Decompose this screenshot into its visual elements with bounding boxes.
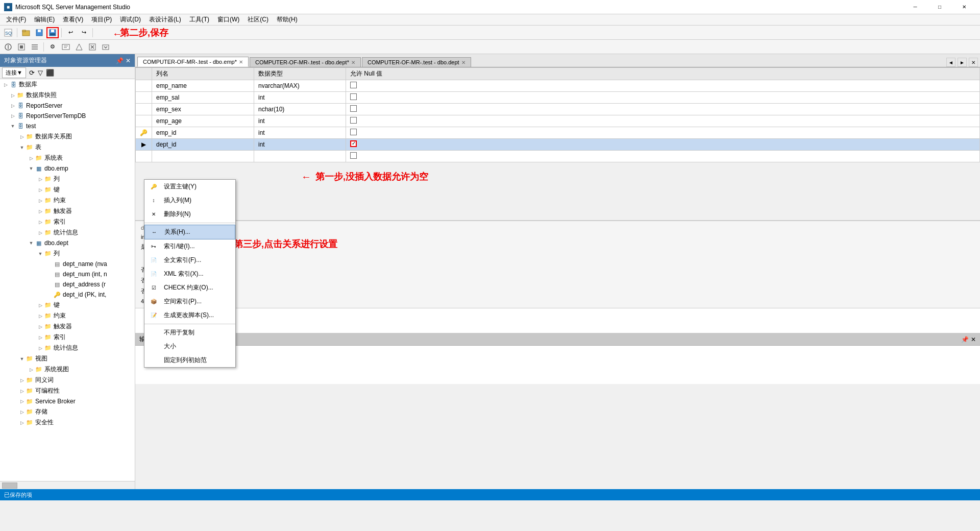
tree-node-storage[interactable]: ▷ 📁 存储	[0, 406, 135, 417]
output-close-icon[interactable]: ✕	[971, 336, 976, 343]
tree-node-dept-indexes[interactable]: ▷ 📁 索引	[0, 332, 135, 343]
tab-dept-modified-close[interactable]: ✕	[351, 60, 355, 65]
tree-node-dbodept[interactable]: ▼ ▦ dbo.dept	[0, 238, 135, 248]
col-name-3[interactable]: emp_sex	[152, 104, 254, 115]
col-null-3[interactable]	[346, 104, 980, 115]
table-row[interactable]: 🔑 emp_id int	[136, 127, 980, 139]
tab-scroll-right[interactable]: ►	[958, 58, 967, 67]
table-row[interactable]: emp_age int	[136, 115, 980, 127]
col-type-6[interactable]: int	[254, 139, 346, 151]
col-type-7[interactable]	[254, 151, 346, 162]
tree-node-dept-address[interactable]: ▤ dept_address (r	[0, 279, 135, 289]
tb2-btn6[interactable]	[73, 41, 85, 53]
tb2-btn2[interactable]	[15, 41, 28, 53]
tab-emp[interactable]: COMPUTER-OF-MR-.test - dbo.emp* ✕	[137, 57, 249, 67]
ctx-xml-index[interactable]: 📄 XML 索引(X)...	[144, 267, 235, 281]
tb2-btn3[interactable]	[29, 41, 41, 53]
tb2-btn1[interactable]	[2, 41, 14, 53]
tab-dept-close[interactable]: ✕	[461, 60, 465, 65]
close-button[interactable]: ✕	[952, 0, 976, 14]
tb2-btn4[interactable]: ⚙	[46, 41, 59, 53]
output-pin-icon[interactable]: 📌	[961, 336, 969, 343]
ctx-not-replicate[interactable]: 不用于复制	[144, 326, 235, 340]
col-type-5[interactable]: int	[254, 127, 346, 139]
ctx-index-key[interactable]: 🗝 索引/键(I)...	[144, 239, 235, 253]
menu-tools[interactable]: 工具(T)	[185, 14, 213, 25]
ctx-delete-col[interactable]: ✕ 删除列(N)	[144, 207, 235, 221]
menu-project[interactable]: 项目(P)	[87, 14, 116, 25]
tree-node-dboemp[interactable]: ▼ ▦ dbo.emp	[0, 163, 135, 174]
table-row[interactable]: ▶ dept_id int	[136, 139, 980, 151]
tree-node-dept-num[interactable]: ▤ dept_num (int, n	[0, 269, 135, 279]
ctx-insert-col[interactable]: ↕ 插入列(M)	[144, 194, 235, 207]
new-query-button[interactable]: SQL	[2, 27, 14, 38]
menu-table-designer[interactable]: 表设计器(L)	[145, 14, 185, 25]
ctx-script[interactable]: 📝 生成更改脚本(S)...	[144, 308, 235, 322]
ctx-fixed[interactable]: 固定到列初始范	[144, 353, 235, 367]
tree-node-emp-triggers[interactable]: ▷ 📁 触发器	[0, 206, 135, 216]
ctx-fulltext[interactable]: 📄 全文索引(F)...	[144, 253, 235, 267]
col-name-2[interactable]: emp_sal	[152, 92, 254, 104]
col-name-5[interactable]: emp_id	[152, 127, 254, 139]
tree-node-programmability[interactable]: ▷ 📁 可编程性	[0, 385, 135, 396]
tree-node-service-broker[interactable]: ▷ 📁 Service Broker	[0, 396, 135, 406]
oe-connect-button[interactable]: 连接▼	[2, 67, 26, 78]
col-name-6[interactable]: dept_id	[152, 139, 254, 151]
menu-debug[interactable]: 调试(D)	[116, 14, 145, 25]
oe-filter-icon[interactable]: ▽	[38, 69, 43, 77]
menu-view[interactable]: 查看(V)	[59, 14, 87, 25]
undo-button[interactable]: ↩	[64, 27, 77, 38]
tree-node-systables[interactable]: ▷ 📁 系统表	[0, 153, 135, 163]
col-null-5[interactable]	[346, 127, 980, 139]
oe-stop-icon[interactable]: ⬛	[46, 69, 54, 77]
tab-scroll-left[interactable]: ◄	[946, 58, 955, 67]
col-null-6[interactable]	[346, 139, 980, 151]
null-checkbox-5[interactable]	[350, 129, 357, 135]
null-checkbox-2[interactable]	[350, 93, 357, 100]
tb2-btn5[interactable]	[60, 41, 72, 53]
null-checkbox-1[interactable]	[350, 82, 357, 88]
save-all-button[interactable]	[33, 27, 45, 38]
open-button[interactable]	[20, 27, 32, 38]
tree-node-test[interactable]: ▼ 🗄 test	[0, 121, 135, 131]
oe-close-icon[interactable]: ✕	[126, 57, 131, 64]
menu-help[interactable]: 帮助(H)	[273, 14, 302, 25]
tree-node-emp-indexes[interactable]: ▷ 📁 索引	[0, 216, 135, 227]
null-checkbox-3[interactable]	[350, 105, 357, 112]
tb2-btn7[interactable]	[86, 41, 99, 53]
tree-node-dept-constraints[interactable]: ▷ 📁 约束	[0, 310, 135, 321]
maximize-button[interactable]: □	[928, 0, 951, 14]
tree-node-dept-id[interactable]: 🔑 dept_id (PK, int,	[0, 289, 135, 300]
tree-node-emp-keys[interactable]: ▷ 📁 键	[0, 184, 135, 195]
tb2-btn8[interactable]	[100, 41, 112, 53]
table-row[interactable]	[136, 151, 980, 162]
tree-node-sysviews[interactable]: ▷ 📁 系统视图	[0, 364, 135, 375]
tree-node-emp-constraints[interactable]: ▷ 📁 约束	[0, 195, 135, 206]
col-type-1[interactable]: nvarchar(MAX)	[254, 80, 346, 92]
redo-button[interactable]: ↪	[78, 27, 90, 38]
save-button[interactable]	[46, 27, 59, 38]
null-checkbox-6[interactable]	[350, 140, 357, 147]
table-row[interactable]: emp_name nvarchar(MAX)	[136, 80, 980, 92]
tree-node-dept-triggers[interactable]: ▷ 📁 触发器	[0, 321, 135, 332]
tree-node-dept-stats[interactable]: ▷ 📁 统计信息	[0, 343, 135, 353]
tab-close-all[interactable]: ✕	[969, 58, 978, 67]
tree-node-dept-columns[interactable]: ▼ 📁 列	[0, 248, 135, 259]
ctx-size[interactable]: 大小	[144, 340, 235, 353]
tree-node-security[interactable]: ▷ 📁 安全性	[0, 417, 135, 428]
tree-node-databases[interactable]: ▷ 🗄 数据库	[0, 79, 135, 90]
tree-node-synonyms[interactable]: ▷ 📁 同义词	[0, 375, 135, 385]
ctx-check[interactable]: ☑ CHECK 约束(O)...	[144, 281, 235, 295]
col-name-1[interactable]: emp_name	[152, 80, 254, 92]
tree-node-tables[interactable]: ▼ 📁 表	[0, 142, 135, 153]
tree-node-reportservertempdb[interactable]: ▷ 🗄 ReportServerTempDB	[0, 111, 135, 121]
table-row[interactable]: emp_sex nchar(10)	[136, 104, 980, 115]
ctx-spatial[interactable]: 📦 空间索引(P)...	[144, 295, 235, 308]
col-null-7[interactable]	[346, 151, 980, 162]
null-checkbox-7[interactable]	[350, 152, 357, 159]
tree-node-views[interactable]: ▼ 📁 视图	[0, 353, 135, 364]
minimize-button[interactable]: ─	[903, 0, 927, 14]
menu-community[interactable]: 社区(C)	[243, 14, 273, 25]
col-name-4[interactable]: emp_age	[152, 115, 254, 127]
col-null-4[interactable]	[346, 115, 980, 127]
